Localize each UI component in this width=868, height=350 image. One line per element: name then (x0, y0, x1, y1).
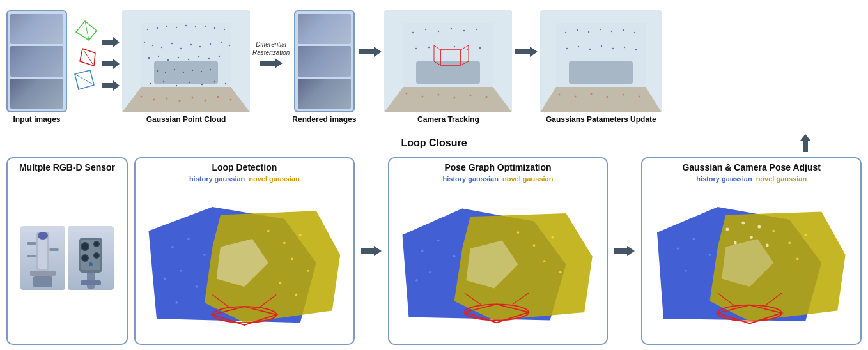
arrow-between-2 (614, 157, 635, 345)
svg-point-78 (467, 49, 468, 50)
input-images-section: Input images (6, 10, 67, 124)
svg-point-107 (635, 49, 637, 50)
svg-point-42 (174, 69, 175, 70)
svg-marker-89 (515, 47, 538, 57)
svg-point-61 (230, 99, 232, 101)
svg-point-130 (95, 242, 99, 247)
ld-novel-label: novel gaussian (249, 175, 299, 183)
svg-point-13 (147, 29, 148, 30)
arrow-up-svg (800, 134, 810, 152)
svg-rect-119 (27, 242, 36, 245)
svg-point-39 (219, 56, 220, 57)
camera-tracking-room (384, 10, 512, 112)
svg-point-94 (565, 32, 566, 33)
svg-point-46 (210, 69, 211, 70)
svg-point-182 (734, 241, 737, 245)
arrow-between-1 (361, 157, 382, 345)
svg-rect-118 (33, 276, 52, 287)
svg-marker-157 (361, 246, 382, 256)
svg-point-183 (750, 236, 753, 239)
svg-point-168 (551, 236, 554, 239)
diff-rast-line2: Rasterization (252, 49, 290, 57)
svg-point-53 (225, 83, 226, 84)
svg-point-85 (438, 94, 440, 96)
svg-point-180 (742, 222, 745, 225)
svg-point-185 (677, 247, 679, 250)
gaussian-cloud-label: Gaussian Point Cloud (146, 115, 226, 124)
svg-point-74 (415, 48, 417, 49)
pose-graph-card: Pose Graph Optimization history gaussian… (388, 157, 608, 345)
svg-point-165 (415, 279, 418, 282)
svg-point-122 (38, 232, 48, 240)
svg-point-19 (205, 26, 206, 27)
top-row: Input images (6, 5, 862, 133)
svg-point-140 (187, 238, 190, 240)
loop-detection-card: Loop Detection history gaussian novel ga… (134, 157, 355, 345)
svg-point-100 (634, 32, 635, 33)
svg-marker-175 (614, 246, 635, 256)
svg-point-24 (161, 47, 162, 48)
svg-rect-124 (81, 280, 101, 285)
svg-point-83 (406, 93, 408, 95)
svg-point-48 (163, 81, 164, 82)
pose-graph-legend: history gaussian novel gaussian (443, 175, 554, 183)
svg-point-22 (144, 42, 145, 43)
input-images-label: Input images (13, 115, 60, 124)
camera-tracking-section: Camera Tracking (384, 10, 512, 124)
svg-point-163 (453, 255, 455, 258)
svg-point-162 (437, 240, 439, 242)
rendered-room-2 (298, 46, 351, 76)
svg-point-98 (611, 31, 612, 32)
svg-rect-123 (87, 271, 95, 289)
svg-point-35 (178, 57, 179, 58)
svg-point-84 (422, 96, 424, 98)
svg-point-68 (412, 32, 414, 33)
svg-point-97 (600, 29, 601, 30)
sensor-left-svg (20, 226, 65, 290)
svg-point-21 (224, 29, 225, 30)
sensors-images (20, 175, 114, 341)
svg-point-59 (205, 100, 206, 102)
svg-point-152 (295, 294, 298, 296)
svg-point-43 (183, 72, 184, 73)
svg-point-55 (153, 99, 155, 101)
svg-point-192 (796, 257, 799, 260)
svg-point-148 (299, 234, 302, 236)
svg-point-26 (180, 48, 182, 49)
svg-point-108 (559, 94, 561, 96)
svg-point-57 (179, 100, 181, 102)
svg-point-77 (454, 46, 455, 47)
svg-point-142 (180, 270, 182, 272)
svg-point-143 (164, 278, 166, 280)
svg-point-58 (192, 97, 194, 99)
update-arrow-up (800, 134, 810, 152)
pg-history-label: history gaussian (443, 175, 499, 183)
svg-point-139 (171, 246, 174, 248)
gaussian-adjust-title: Gaussian & Camera Pose Adjust (682, 162, 821, 172)
svg-point-88 (486, 96, 488, 98)
mini-room-1 (10, 14, 63, 44)
gaussian-shapes-area (70, 18, 100, 101)
svg-point-49 (176, 85, 177, 86)
svg-marker-63 (359, 47, 382, 57)
svg-point-134 (95, 254, 99, 258)
arrow-to-tracking (359, 47, 382, 59)
svg-point-79 (479, 47, 481, 49)
svg-point-164 (429, 271, 431, 274)
svg-line-3 (82, 49, 94, 66)
diff-rast-line1: Differential (256, 40, 286, 49)
pose-graph-svg (394, 185, 602, 341)
svg-point-112 (623, 94, 624, 96)
loop-detection-legend: history gaussian novel gaussian (189, 175, 300, 183)
rendered-images-section: Rendered images (292, 10, 356, 124)
loop-detection-svg (141, 185, 348, 341)
svg-point-29 (210, 43, 211, 45)
svg-point-166 (516, 231, 519, 234)
svg-point-147 (283, 241, 286, 244)
svg-rect-121 (27, 255, 36, 257)
diff-rast-section: Differential Rasterization (252, 40, 290, 68)
gaussians-update-room (540, 10, 662, 112)
svg-point-170 (559, 271, 562, 274)
svg-point-15 (166, 26, 167, 27)
svg-point-132 (82, 255, 88, 261)
